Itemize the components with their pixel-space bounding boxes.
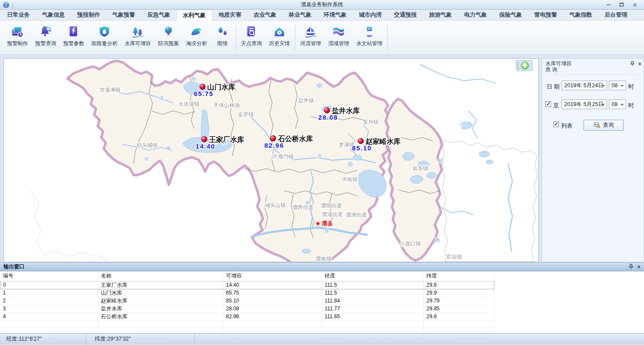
column-header: 经度: [322, 271, 424, 281]
menu-tab-17[interactable]: 气象指数: [563, 10, 598, 20]
house-history-icon: [272, 25, 286, 39]
map-canvas[interactable]: 甘溪滩镇火连坡镇天供山林场金罗镇盐井镇复兴镇码头铺镇梦溪镇大堰垱镇涔南镇如东镇城…: [4, 58, 539, 262]
county-name-label: 澧县: [321, 220, 333, 227]
outside-boundary: [98, 255, 107, 262]
table-cell: 111.84: [322, 297, 424, 305]
reservoir-marker[interactable]: [201, 136, 207, 142]
pin-icon[interactable]: [629, 264, 633, 270]
table-cell: 3: [0, 305, 98, 313]
table-cell: 29.8: [424, 281, 494, 289]
river-label: 水: [144, 156, 149, 162]
table-cell: 29.9: [424, 289, 494, 297]
table-row[interactable]: 1山门水库65.75111.529.9: [0, 289, 494, 297]
inundation-analysis-button[interactable]: 淹没分析: [182, 24, 211, 48]
document-search-icon: [244, 25, 258, 39]
minimize-button[interactable]: [602, 1, 615, 8]
menu-tab-10[interactable]: 环境气象: [318, 10, 353, 20]
chevron-down-icon: [601, 85, 605, 87]
toolbar: 预警制作 预警查询 预警参数 面雨量分析 水库可增容 防汛预案 淹没分析 雨情 …: [0, 21, 644, 55]
table-cell: [223, 320, 322, 327]
reservoir-marker[interactable]: [358, 138, 364, 144]
menu-tab-18[interactable]: 后台管理: [598, 10, 633, 20]
town-label: 如东镇: [412, 165, 428, 171]
statusbar: 经度:112°6'27" 纬度:29°37'32": [0, 333, 644, 345]
reservoir-value: 82.96: [265, 142, 284, 149]
empty-row: [0, 320, 494, 327]
disaster-point-query-button[interactable]: 灾点查询: [237, 24, 265, 48]
table-row[interactable]: 3盐井水库28.08111.7729.85: [0, 305, 494, 313]
town-label: 澧阳街道: [321, 203, 342, 209]
warning-create-button[interactable]: 预警制作: [4, 24, 32, 48]
menu-tab-14[interactable]: 电力气象: [458, 10, 493, 20]
column-header: 编号: [0, 271, 98, 281]
table-cell: 85.10: [223, 297, 322, 305]
output-table: 编号名称可增容经度纬度 0王家厂水库14.40111.529.81山门水库65.…: [0, 271, 494, 342]
table-cell: 王家厂水库: [98, 281, 223, 289]
warning-query-button[interactable]: 预警查询: [32, 24, 60, 48]
reservoir-value: 28.08: [318, 114, 338, 121]
titlebar: | 澧县业务制作系统 ×: [0, 0, 644, 10]
zoom-in-button[interactable]: [521, 61, 529, 70]
reservoir-marker[interactable]: [270, 135, 276, 141]
menu-tab-8[interactable]: 农业气象: [247, 10, 283, 20]
menu-tab-1[interactable]: 日常业务: [1, 10, 36, 20]
table-cell: [322, 320, 424, 327]
menu-tab-5[interactable]: 应急气象: [141, 10, 176, 20]
query-button[interactable]: 查询: [583, 120, 624, 131]
wave-icon: [190, 25, 204, 39]
to-date-checkbox[interactable]: [545, 101, 551, 107]
table-row[interactable]: 0王家厂水库14.40111.529.8: [0, 281, 494, 289]
date-from-select[interactable]: 2019年 5月24日: [562, 81, 607, 90]
maximize-icon: [619, 3, 624, 7]
reservoir-capacity-button[interactable]: 水库可增容: [121, 24, 154, 48]
hour-to-select[interactable]: 08: [609, 100, 626, 109]
table-cell: 28.08: [223, 305, 322, 313]
table-row[interactable]: 2赵家峪水库85.10111.8429.79: [0, 297, 494, 305]
menu-tab-13[interactable]: 旅游气象: [423, 10, 458, 20]
area-rainfall-button[interactable]: 面雨量分析: [88, 24, 121, 48]
disaster-history-button[interactable]: 历史灾情: [265, 24, 293, 48]
county-star-icon: ★: [315, 220, 321, 228]
table-cell: 4: [0, 313, 98, 320]
reservoir-marker[interactable]: [200, 84, 205, 89]
output-close-icon[interactable]: ×: [637, 264, 640, 269]
menu-tab-6[interactable]: 水利气象: [176, 10, 212, 21]
menu-tab-7[interactable]: 地质灾害: [212, 10, 247, 20]
hydrostation-manage-button[interactable]: 水文站管理: [353, 24, 386, 48]
rain-info-button[interactable]: 雨情: [211, 24, 234, 48]
table-row[interactable]: 4石公桥水库82.96111.6529.8: [0, 313, 494, 320]
town-label: 城头山镇: [265, 202, 286, 208]
menu-tab-16[interactable]: 雷电预警: [528, 10, 563, 20]
menu-tab-2[interactable]: 气象信息: [36, 10, 71, 20]
town-label: 澧澹街道: [346, 212, 367, 218]
outside-boundary: [43, 251, 96, 256]
warning-params-button[interactable]: 预警参数: [60, 24, 88, 48]
table-cell: 111.65: [322, 313, 424, 320]
panel-close-icon[interactable]: ×: [638, 61, 641, 66]
table-cell: 111.77: [322, 305, 424, 313]
date-to-select[interactable]: 2019年 5月25日: [562, 100, 607, 109]
layered-waves-icon: [332, 25, 346, 39]
drag-handle-icon[interactable]: [518, 62, 519, 69]
menu-tab-9[interactable]: 林业气象: [283, 10, 318, 20]
maximize-button[interactable]: [615, 1, 628, 8]
chart-search-icon: [594, 122, 601, 128]
reservoir-marker[interactable]: [324, 107, 330, 113]
chevron-down-icon: [601, 104, 605, 106]
list-checkbox[interactable]: [553, 121, 559, 127]
panel-splitter[interactable]: [539, 58, 542, 262]
toolbar-separator: [387, 25, 388, 50]
output-header: 输出窗口 ×: [0, 263, 644, 271]
hydrology-station-icon: [362, 25, 376, 39]
menu-tab-4[interactable]: 气象预警: [106, 10, 141, 20]
hour-from-select[interactable]: 08: [609, 81, 626, 90]
menu-tab-15[interactable]: 保险气象: [493, 10, 528, 20]
close-button[interactable]: ×: [628, 1, 641, 8]
menu-tab-3[interactable]: 预报制作: [71, 10, 106, 20]
basin-manage-button[interactable]: 流域管理: [325, 24, 353, 48]
menu-tab-12[interactable]: 交通预报: [388, 10, 423, 20]
pin-icon[interactable]: [630, 61, 635, 67]
river-manage-button[interactable]: 河流管理: [297, 24, 325, 48]
flood-plan-button[interactable]: 防汛预案: [154, 24, 182, 48]
menu-tab-11[interactable]: 城市内涝: [353, 10, 388, 20]
